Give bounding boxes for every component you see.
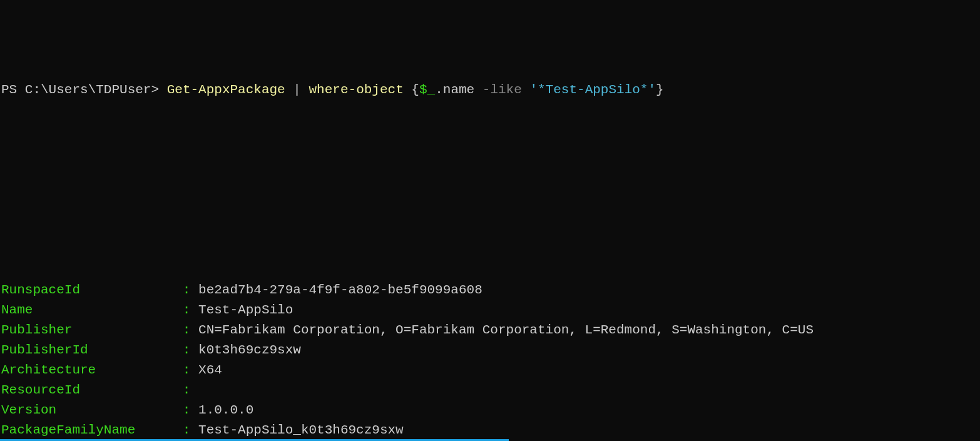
property-value: 1.0.0.0: [198, 403, 253, 417]
brace-close: }: [656, 83, 664, 97]
property-row: Version : 1.0.0.0: [1, 400, 979, 420]
blank-line: [1, 180, 979, 200]
property-access: .name: [435, 83, 474, 97]
pipe-operator: |: [285, 83, 309, 97]
property-row: PackageFamilyName : Test-AppSilo_k0t3h69…: [1, 420, 979, 440]
command-line: PS C:\Users\TDPUser> Get-AppxPackage | w…: [1, 80, 979, 100]
property-row: Architecture : X64: [1, 360, 979, 380]
prompt-path: C:\Users\TDPUser: [25, 83, 151, 97]
property-value: CN=Fabrikam Corporation, O=Fabrikam Corp…: [198, 323, 814, 337]
property-key: RunspaceId: [1, 283, 175, 297]
cmdlet-get-appxpackage: Get-AppxPackage: [167, 83, 285, 97]
string-literal: '*Test-AppSilo*': [529, 83, 656, 97]
property-value: Test-AppSilo_k0t3h69cz9sxw: [198, 423, 404, 437]
property-key: Architecture: [1, 363, 175, 377]
cmdlet-where-object: where-object: [309, 83, 404, 97]
automatic-variable: $_: [419, 83, 435, 97]
property-separator: :: [175, 363, 198, 377]
property-row: PublisherId : k0t3h69cz9sxw: [1, 340, 979, 360]
property-key: PublisherId: [1, 343, 175, 357]
prompt-gt: >: [151, 83, 166, 97]
property-value: k0t3h69cz9sxw: [198, 343, 301, 357]
property-key: Version: [1, 403, 175, 417]
property-row: Publisher : CN=Fabrikam Corporation, O=F…: [1, 320, 979, 340]
space: [404, 83, 412, 97]
terminal-output[interactable]: PS C:\Users\TDPUser> Get-AppxPackage | w…: [0, 0, 980, 441]
property-separator: :: [175, 323, 198, 337]
property-separator: :: [175, 403, 198, 417]
property-separator: :: [175, 303, 198, 317]
property-separator: :: [175, 343, 198, 357]
property-row: RunspaceId : be2ad7b4-279a-4f9f-a802-be5…: [1, 280, 979, 300]
property-key: Publisher: [1, 323, 175, 337]
prompt-ps: PS: [1, 83, 25, 97]
property-key: Name: [1, 303, 175, 317]
space: [522, 83, 530, 97]
property-separator: :: [175, 283, 198, 297]
property-row: Name : Test-AppSilo: [1, 300, 979, 320]
like-operator: -like: [482, 83, 522, 97]
brace-open: {: [411, 83, 419, 97]
property-list: RunspaceId : be2ad7b4-279a-4f9f-a802-be5…: [1, 280, 979, 441]
property-key: PackageFamilyName: [1, 423, 175, 437]
property-value: Test-AppSilo: [198, 303, 293, 317]
property-value: be2ad7b4-279a-4f9f-a802-be5f9099a608: [198, 283, 482, 297]
property-key: ResourceId: [1, 383, 175, 397]
property-row: ResourceId :: [1, 380, 979, 400]
property-value: X64: [198, 363, 222, 377]
property-separator: :: [175, 423, 198, 437]
space: [474, 83, 482, 97]
property-separator: :: [175, 383, 198, 397]
